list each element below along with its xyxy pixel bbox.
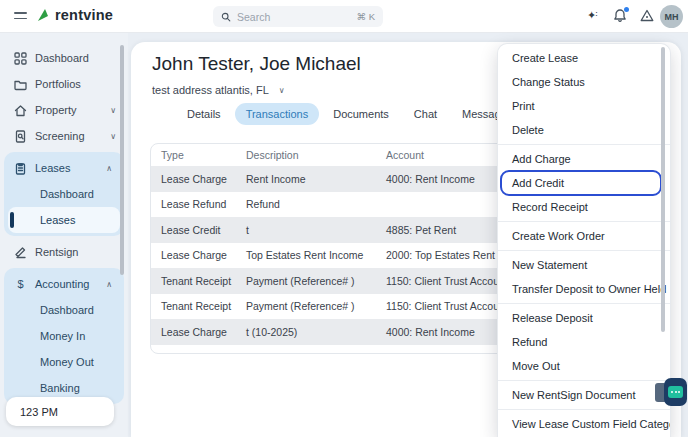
- menu-item-print[interactable]: Print: [498, 94, 670, 118]
- menu-item-record-receipt[interactable]: Record Receipt: [498, 195, 670, 219]
- search-shortcut: ⌘ K: [357, 11, 375, 22]
- menu-item-release-deposit[interactable]: Release Deposit: [498, 306, 670, 330]
- sidebar-item-portfolios[interactable]: Portfolios: [0, 71, 128, 97]
- dollar-icon: $: [14, 278, 27, 290]
- hamburger-menu-icon[interactable]: [14, 12, 27, 23]
- menu-item-refund[interactable]: Refund: [498, 330, 670, 354]
- notifications-bell-icon[interactable]: [613, 8, 627, 23]
- menu-scrollbar[interactable]: [661, 47, 665, 332]
- sidebar-scrollbar[interactable]: [120, 45, 124, 275]
- menu-item-add-charge[interactable]: Add Charge: [498, 147, 670, 171]
- sidebar-nav: Dashboard Portfolios Property ∨ Screenin…: [0, 33, 128, 437]
- chevron-up-icon: ∧: [106, 164, 112, 173]
- sidebar-item-accounting[interactable]: $ Accounting ∧: [4, 271, 124, 297]
- sidebar-item-dashboard[interactable]: Dashboard: [0, 45, 128, 71]
- menu-section: View Lease Custom Field Categories: [498, 410, 670, 437]
- tab-documents[interactable]: Documents: [322, 103, 400, 125]
- sidebar-item-leases[interactable]: Leases ∧: [4, 155, 124, 181]
- top-header: rentvine ⌘ K ✦∶ MH: [0, 0, 688, 33]
- sparkle-ai-icon[interactable]: ✦∶: [587, 9, 596, 22]
- menu-section: Add Charge Add Credit Record Receipt: [498, 145, 670, 222]
- folder-icon: [14, 78, 27, 91]
- menu-section: Release Deposit Refund Move Out: [498, 304, 670, 381]
- rentsign-signature-icon: [14, 246, 27, 259]
- brand-logo[interactable]: rentvine: [36, 7, 113, 23]
- menu-item-new-statement[interactable]: New Statement: [498, 253, 670, 277]
- menu-section: New Statement Transfer Deposit to Owner …: [498, 251, 670, 304]
- sidebar-group-accounting: $ Accounting ∧ Dashboard Money In Money …: [4, 268, 124, 404]
- sidebar-group-leases: Leases ∧ Dashboard Leases: [4, 152, 124, 236]
- notification-badge: [624, 7, 629, 12]
- menu-section: Create Lease Change Status Print Delete: [498, 44, 670, 145]
- lease-actions-menu: Create Lease Change Status Print Delete …: [497, 43, 671, 437]
- user-avatar[interactable]: MH: [660, 5, 683, 28]
- menu-item-change-status[interactable]: Change Status: [498, 70, 670, 94]
- chevron-down-icon: ∨: [279, 86, 285, 95]
- menu-section: New RentSign Document: [498, 381, 670, 410]
- menu-item-view-lease-custom-field-categories[interactable]: View Lease Custom Field Categories: [498, 412, 670, 436]
- chat-launcher-button[interactable]: [664, 378, 687, 406]
- rentvine-leaf-icon: [36, 7, 51, 23]
- search-input[interactable]: [237, 11, 351, 23]
- menu-item-delete[interactable]: Delete: [498, 118, 670, 142]
- col-description: Description: [237, 149, 377, 161]
- col-type: Type: [151, 149, 237, 161]
- search-icon: [221, 12, 231, 22]
- menu-item-move-out[interactable]: Move Out: [498, 354, 670, 378]
- menu-item-create-lease[interactable]: Create Lease: [498, 46, 670, 70]
- alert-triangle-icon[interactable]: [640, 9, 654, 22]
- screening-doc-icon: [14, 130, 27, 143]
- sidebar-subitem-leases-leases[interactable]: Leases: [8, 207, 120, 233]
- menu-section: Create Work Order: [498, 222, 670, 251]
- tab-details[interactable]: Details: [176, 103, 232, 125]
- address-text: test address atlantis, FL: [152, 84, 269, 96]
- sidebar-item-screening[interactable]: Screening ∨: [0, 123, 128, 149]
- chevron-down-icon: ∨: [110, 132, 116, 141]
- sidebar-item-property[interactable]: Property ∨: [0, 97, 128, 123]
- chevron-down-icon: ∨: [110, 106, 116, 115]
- menu-item-transfer-deposit[interactable]: Transfer Deposit to Owner Held: [498, 277, 670, 301]
- menu-item-new-rentsign-document[interactable]: New RentSign Document: [498, 383, 670, 407]
- menu-item-create-work-order[interactable]: Create Work Order: [498, 224, 670, 248]
- sidebar-item-rentsign[interactable]: Rentsign: [0, 239, 128, 265]
- address-selector[interactable]: test address atlantis, FL ∨: [152, 84, 285, 96]
- global-search[interactable]: ⌘ K: [213, 6, 383, 27]
- dashboard-grid-icon: [14, 52, 27, 65]
- home-icon: [14, 104, 27, 117]
- tab-chat[interactable]: Chat: [403, 103, 448, 125]
- chat-bubble-icon: [668, 386, 683, 398]
- page-title: John Tester, Joe Michael: [152, 53, 361, 75]
- tab-transactions[interactable]: Transactions: [235, 103, 320, 125]
- active-item-marker: [10, 212, 14, 228]
- sidebar-subitem-money-in[interactable]: Money In: [4, 323, 124, 349]
- sidebar-subitem-leases-dashboard[interactable]: Dashboard: [4, 181, 124, 207]
- sidebar-subitem-money-out[interactable]: Money Out: [4, 349, 124, 375]
- chevron-up-icon: ∧: [106, 280, 112, 289]
- clock-widget: 123 PM: [6, 397, 114, 426]
- brand-name: rentvine: [55, 7, 113, 23]
- lease-clipboard-icon: [14, 162, 27, 175]
- menu-item-add-credit[interactable]: Add Credit: [501, 171, 661, 195]
- sidebar-subitem-accounting-dashboard[interactable]: Dashboard: [4, 297, 124, 323]
